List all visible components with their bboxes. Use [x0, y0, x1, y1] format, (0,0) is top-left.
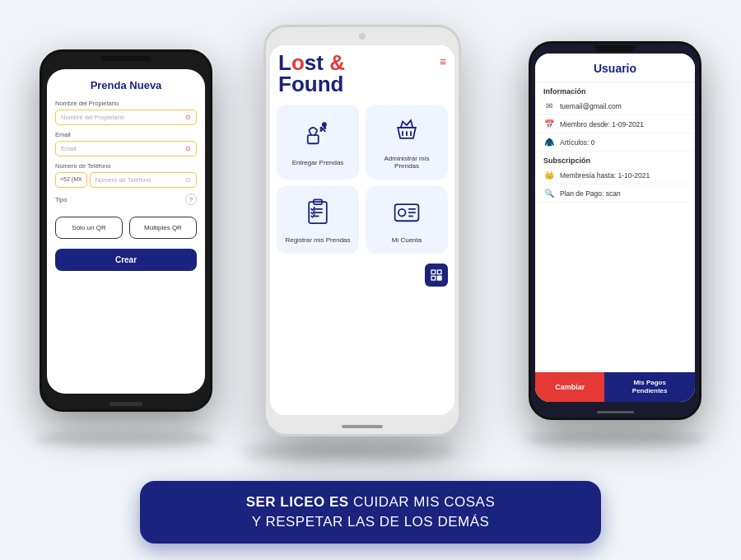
exchange-icon: ↑ — [303, 119, 333, 154]
right-header: Usuario — [535, 54, 695, 82]
phone-label: Número de Teléfono — [55, 162, 197, 170]
right-bottom-buttons: Cambiar Mis PagosPendientes — [535, 372, 695, 402]
scene: Prenda Nueva Nombre del Propietario Nomb… — [0, 0, 741, 560]
svg-rect-21 — [431, 276, 436, 280]
id-card-icon — [392, 196, 422, 231]
info-row-email: ✉ tuemail@gmail.com — [535, 97, 695, 115]
phone-center: Lost & Found ≡ — [263, 25, 461, 436]
email-warning-icon: ⊙ — [185, 145, 191, 152]
administrar-label: Administrar mis Prendas — [372, 155, 441, 170]
svg-rect-20 — [437, 270, 441, 274]
member-text: Miembro desde: 1-09-2021 — [560, 120, 644, 128]
grid-item-administrar[interactable]: Administrar mis Prendas — [366, 105, 448, 180]
home-indicator — [342, 425, 383, 428]
calendar-icon: 📅 — [543, 119, 555, 128]
registrar-label: Registrar mis Prendas — [285, 236, 350, 244]
banner-bold-text: SER LICEO ES — [246, 494, 349, 510]
right-home-bar — [531, 406, 699, 418]
subscription-row-membresia: 👑 Membresía hasta: 1-10-2021 — [535, 166, 695, 184]
bottom-banner: SER LICEO ES CUIDAR MIS COSAS Y RESPETAR… — [140, 481, 601, 544]
qr-buttons: Sólo un QR Múltiples QR — [55, 217, 197, 239]
pagos-button[interactable]: Mis PagosPendientes — [604, 372, 695, 402]
notch-left — [101, 56, 151, 61]
owner-warning-icon: ⊙ — [185, 114, 191, 121]
banner-line1: SER LICEO ES CUIDAR MIS COSAS — [165, 494, 576, 511]
home-button[interactable] — [110, 402, 142, 406]
multiple-qr-button[interactable]: Múltiples QR — [129, 217, 197, 239]
hanger-icon: 🧥 — [543, 138, 555, 147]
svg-rect-23 — [440, 278, 441, 280]
center-top-bar — [266, 27, 459, 45]
phone-number-input[interactable]: Número de Teléfono ⊙ — [90, 172, 197, 188]
entregar-label: Entregar Prendas — [292, 159, 344, 166]
cambiar-button[interactable]: Cambiar — [535, 372, 604, 402]
phone-warning-icon: ⊙ — [185, 176, 191, 184]
tipo-label-group: Tipo — [55, 196, 67, 203]
notch-cutout — [594, 45, 636, 52]
top-notch — [531, 44, 699, 54]
svg-rect-19 — [431, 270, 436, 274]
subscription-row-plan: 🔍 Plan de Pago: scan — [535, 184, 695, 203]
articles-text: Artículos: 0 — [560, 138, 595, 147]
tipo-row: Tipo ? — [55, 194, 197, 205]
cuenta-label: Mi Cuenta — [392, 236, 422, 244]
basket-icon — [392, 114, 422, 150]
phone-prefix[interactable]: +52 (MX — [55, 172, 87, 188]
info-section-label: Información — [535, 82, 695, 97]
phone-num-placeholder: Número de Teléfono — [96, 176, 151, 184]
menu-icon[interactable]: ≡ — [440, 55, 446, 68]
single-qr-button[interactable]: Sólo un QR — [55, 217, 123, 239]
svg-rect-0 — [308, 135, 319, 143]
grid-item-cuenta[interactable]: Mi Cuenta — [366, 186, 448, 254]
membresia-text: Membresía hasta: 1-10-2021 — [560, 171, 650, 180]
crown-icon: 👑 — [543, 170, 555, 180]
camera-dot — [359, 33, 366, 40]
info-row-articles: 🧥 Artículos: 0 — [535, 133, 695, 152]
scan-icon: 🔍 — [543, 189, 555, 198]
tipo-question-icon[interactable]: ? — [185, 194, 197, 205]
email-placeholder: Email — [61, 145, 77, 152]
email-label: Email — [55, 131, 197, 138]
phone-right: Usuario Información ✉ tuemail@gmail.com … — [529, 41, 701, 420]
qr-scan-button[interactable] — [425, 264, 448, 287]
center-grid: ↑ Entregar Prendas — [270, 98, 454, 260]
right-title: Usuario — [543, 62, 687, 75]
phone-left: Prenda Nueva Nombre del Propietario Nomb… — [40, 49, 212, 412]
banner-normal-text: CUIDAR MIS COSAS — [349, 494, 496, 510]
owner-placeholder: Nombre del Propietario — [61, 114, 124, 121]
svg-rect-22 — [437, 276, 439, 278]
grid-item-entregar[interactable]: ↑ Entregar Prendas — [277, 105, 359, 180]
clipboard-icon — [303, 196, 333, 231]
email-icon: ✉ — [543, 101, 555, 110]
svg-text:↑: ↑ — [323, 123, 324, 127]
svg-point-15 — [398, 209, 406, 217]
center-home-bar — [266, 419, 459, 434]
subscription-section-label: Subscripción — [535, 152, 695, 166]
center-header: Lost & Found ≡ — [270, 45, 454, 98]
logo: Lost & Found — [278, 52, 345, 95]
svg-rect-25 — [440, 276, 441, 278]
owner-input[interactable]: Nombre del Propietario ⊙ — [55, 110, 197, 125]
plan-text: Plan de Pago: scan — [560, 189, 621, 198]
tipo-label: Tipo — [55, 196, 67, 203]
grid-item-registrar[interactable]: Registrar mis Prendas — [277, 186, 359, 254]
left-screen: Prenda Nueva Nombre del Propietario Nomb… — [47, 69, 205, 394]
left-title: Prenda Nueva — [55, 79, 197, 91]
shadow-center — [243, 443, 457, 460]
logo-found: Found — [278, 72, 343, 96]
pagos-text: Mis PagosPendientes — [632, 379, 668, 394]
banner-line2: Y RESPETAR LAS DE LOS DEMÁS — [165, 514, 576, 530]
email-input[interactable]: Email ⊙ — [55, 141, 197, 156]
right-home-indicator — [597, 411, 634, 413]
right-screen: Usuario Información ✉ tuemail@gmail.com … — [535, 54, 695, 402]
email-text: tuemail@gmail.com — [560, 102, 622, 110]
center-screen: Lost & Found ≡ — [270, 45, 454, 415]
svg-rect-24 — [437, 278, 439, 280]
crear-button[interactable]: Crear — [55, 249, 197, 271]
shadow-left — [35, 432, 216, 446]
owner-label: Nombre del Propietario — [55, 100, 197, 107]
center-bottom-bar — [270, 260, 454, 290]
left-content: Prenda Nueva Nombre del Propietario Nomb… — [47, 69, 205, 394]
info-row-member: 📅 Miembro desde: 1-09-2021 — [535, 115, 695, 133]
logo-text: Lost & Found — [278, 52, 345, 95]
